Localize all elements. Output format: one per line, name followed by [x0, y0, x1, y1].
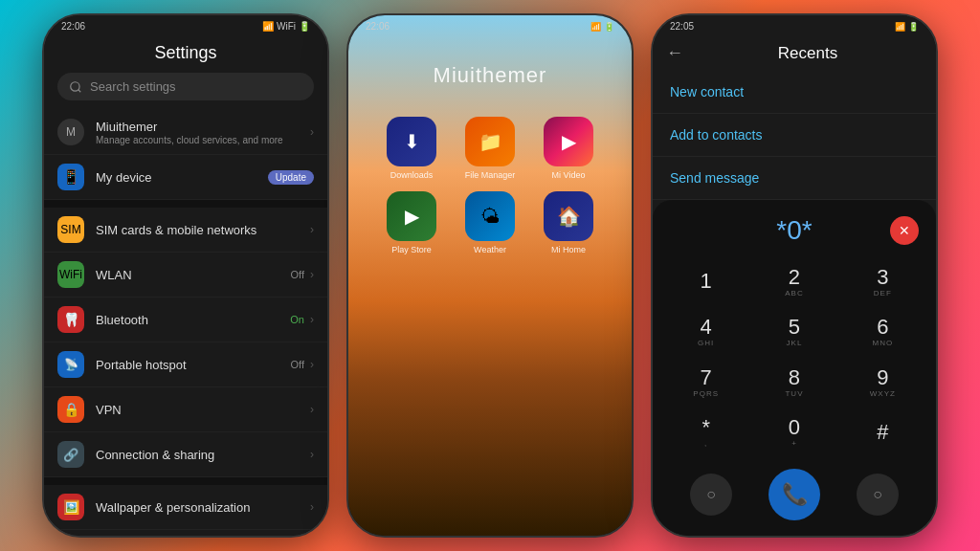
right-status-icons: 📶 🔋: [895, 22, 919, 32]
weather-icon: 🌤: [465, 191, 515, 241]
sim-content: SIM cards & mobile networks: [96, 223, 299, 237]
settings-item-alwayson[interactable]: 🔓 Always-on display & Lock screen ›: [44, 530, 327, 536]
app-mivideo[interactable]: ▶ Mi Video: [534, 117, 603, 180]
numpad-9[interactable]: 9WXYZ: [839, 358, 926, 408]
numpad-6[interactable]: 6MNO: [839, 308, 926, 358]
numpad-7[interactable]: 7PQRS: [662, 358, 749, 408]
numpad-1[interactable]: 1: [662, 257, 749, 307]
settings-item-mydevice[interactable]: 📱 My device Update: [44, 155, 327, 200]
wlan-right: Off ›: [291, 268, 314, 281]
miuithemer-avatar: M: [57, 119, 84, 145]
wlan-chevron: ›: [310, 268, 314, 281]
mivideo-icon: ▶: [544, 117, 593, 166]
dialer-phone: 22:05 📶 🔋 ← Recents New contact Add to c…: [651, 13, 938, 538]
search-icon: [69, 80, 82, 94]
home-screen: 22:06 📶 🔋 Miuithemer ⬇ Downloads 📁 File …: [348, 15, 632, 536]
wallpaper-content: Wallpaper & personalization: [96, 500, 299, 515]
sim-icon: SIM: [57, 216, 84, 243]
vpn-chevron: ›: [310, 403, 314, 416]
home-phone: 22:06 📶 🔋 Miuithemer ⬇ Downloads 📁 File …: [346, 13, 634, 538]
numpad-2[interactable]: 2ABC: [750, 257, 837, 307]
sim-right: ›: [310, 223, 314, 236]
filemanager-icon: 📁: [465, 117, 515, 166]
playstore-icon: ▶: [387, 191, 436, 241]
bluetooth-content: Bluetooth: [96, 313, 278, 327]
numpad: 1 2ABC 3DEF 4GHI 5JKL 6MNO 7PQRS 8TUV 9W…: [653, 253, 936, 461]
settings-item-connection[interactable]: 🔗 Connection & sharing ›: [44, 432, 327, 477]
miuithemer-title: Miuithemer: [96, 120, 299, 134]
settings-item-wallpaper[interactable]: 🖼️ Wallpaper & personalization ›: [44, 485, 327, 530]
settings-item-sim[interactable]: SIM SIM cards & mobile networks ›: [44, 208, 327, 253]
miuithemer-content: Miuithemer Manage accounts, cloud servic…: [96, 120, 299, 145]
downloads-icon: ⬇: [387, 117, 436, 166]
update-badge: Update: [268, 170, 314, 185]
wlan-status: Off: [291, 269, 304, 280]
numpad-5[interactable]: 5JKL: [750, 308, 837, 358]
delete-button[interactable]: ✕: [890, 216, 919, 245]
svg-line-1: [78, 89, 81, 92]
hotspot-content: Portable hotspot: [96, 358, 279, 372]
chevron-icon: ›: [310, 125, 314, 139]
numpad-3[interactable]: 3DEF: [839, 257, 926, 307]
voicemail-button[interactable]: ○: [690, 474, 732, 516]
new-contact-label: New contact: [670, 84, 744, 99]
settings-item-hotspot[interactable]: 📡 Portable hotspot Off ›: [44, 342, 327, 387]
app-downloads[interactable]: ⬇ Downloads: [377, 117, 446, 180]
send-message-label: Send message: [670, 170, 759, 186]
app-playstore[interactable]: ▶ Play Store: [377, 191, 446, 254]
settings-phone: 22:06 📶 WiFi 🔋 Settings Search settings …: [42, 13, 329, 538]
settings-item-miuithemer[interactable]: M Miuithemer Manage accounts, cloud serv…: [44, 110, 327, 155]
settings-list: M Miuithemer Manage accounts, cloud serv…: [44, 110, 327, 536]
call-button[interactable]: 📞: [768, 469, 820, 520]
add-to-contacts-label: Add to contacts: [670, 127, 763, 143]
send-message-option[interactable]: Send message: [653, 157, 936, 200]
connection-right: ›: [310, 448, 314, 461]
app-grid-row1: ⬇ Downloads 📁 File Manager ▶ Mi Video: [348, 117, 632, 180]
wallpaper-icon: 🖼️: [57, 494, 84, 520]
wallpaper-right: ›: [310, 500, 314, 514]
vpn-icon: 🔒: [57, 396, 84, 423]
back-button[interactable]: ←: [666, 43, 683, 63]
mydevice-content: My device: [96, 170, 256, 185]
mihome-icon: 🏠: [544, 191, 593, 241]
numpad-8[interactable]: 8TUV: [750, 358, 837, 408]
search-bar[interactable]: Search settings: [57, 73, 314, 100]
settings-item-wlan[interactable]: WiFi WLAN Off ›: [44, 253, 327, 298]
keypad-button[interactable]: ○: [857, 474, 899, 516]
settings-item-vpn[interactable]: 🔒 VPN ›: [44, 387, 327, 432]
status-bar-center: 22:06 📶 🔋: [348, 15, 632, 35]
numpad-4[interactable]: 4GHI: [662, 308, 749, 358]
new-contact-option[interactable]: New contact: [653, 71, 936, 114]
dialer-display: *0* ✕: [653, 200, 936, 253]
hotspot-icon: 📡: [57, 351, 84, 378]
numpad-hash[interactable]: #: [839, 408, 926, 458]
bluetooth-icon: 🦷: [57, 306, 84, 333]
mydevice-right: Update: [268, 170, 314, 185]
add-to-contacts-option[interactable]: Add to contacts: [653, 114, 936, 157]
recents-title: Recents: [693, 44, 923, 63]
bluetooth-title: Bluetooth: [96, 313, 278, 327]
bluetooth-chevron: ›: [310, 313, 314, 326]
section-divider-1: [44, 200, 327, 208]
downloads-label: Downloads: [390, 170, 434, 180]
numpad-0[interactable]: 0+: [750, 408, 837, 458]
home-app-label: Miuithemer: [348, 63, 632, 88]
app-mihome[interactable]: 🏠 Mi Home: [534, 191, 603, 254]
settings-item-bluetooth[interactable]: 🦷 Bluetooth On ›: [44, 298, 327, 342]
time-center: 22:06: [366, 21, 390, 32]
search-placeholder: Search settings: [90, 79, 176, 94]
wallpaper-chevron: ›: [310, 500, 314, 514]
app-weather[interactable]: 🌤 Weather: [456, 191, 524, 254]
app-filemanager[interactable]: 📁 File Manager: [456, 117, 524, 180]
dialer-bottom: ○ 📞 ○: [653, 461, 936, 536]
mydevice-icon: 📱: [57, 164, 84, 190]
home-content: Miuithemer ⬇ Downloads 📁 File Manager ▶ …: [348, 15, 632, 536]
weather-label: Weather: [474, 245, 506, 254]
status-bar-left: 22:06 📶 WiFi 🔋: [44, 15, 327, 35]
dialer-section: *0* ✕ 1 2ABC 3DEF 4GHI 5JKL 6MNO 7PQRS 8…: [653, 200, 936, 536]
sim-chevron: ›: [310, 223, 314, 236]
mivideo-label: Mi Video: [552, 170, 586, 180]
numpad-star[interactable]: *,: [662, 408, 749, 458]
connection-chevron: ›: [310, 448, 314, 461]
app-grid-row2: ▶ Play Store 🌤 Weather 🏠 Mi Home: [348, 191, 632, 254]
